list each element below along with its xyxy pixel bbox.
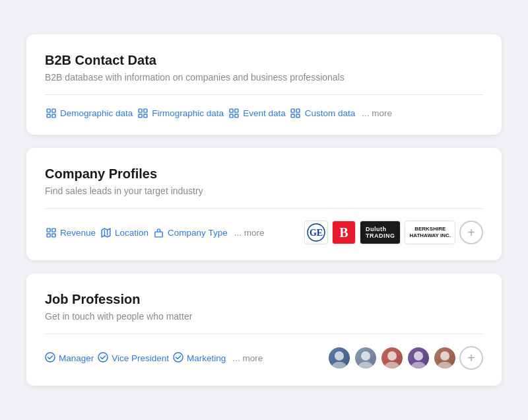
marketing-check-icon <box>173 352 183 365</box>
svg-rect-19 <box>51 233 55 236</box>
avatar-5 <box>433 346 457 370</box>
company-tags: Revenue Location <box>45 227 264 238</box>
demographic-label: Demographic data <box>60 108 133 118</box>
job-card-subtitle: Get in touch with people who matter <box>45 311 483 322</box>
b2b-card-subtitle: B2B database with information on compani… <box>45 72 483 83</box>
custom-icon <box>290 107 302 119</box>
company-profiles-card: Company Profiles Find sales leads in you… <box>26 148 502 260</box>
svg-rect-8 <box>230 109 233 112</box>
vp-label: Vice President <box>112 353 169 363</box>
company-card-subtitle: Find sales leads in your target industry <box>45 186 483 196</box>
logos-plus-button[interactable]: + <box>459 221 483 244</box>
svg-rect-5 <box>144 109 147 112</box>
svg-text:GE: GE <box>310 228 323 238</box>
svg-rect-9 <box>235 109 238 112</box>
svg-rect-7 <box>144 114 147 117</box>
card2-more[interactable]: ... more <box>234 228 265 238</box>
avatar-4-face <box>408 347 429 368</box>
company-card-footer: Revenue Location <box>45 221 483 244</box>
avatar-3-face <box>381 347 403 368</box>
location-label: Location <box>115 228 148 238</box>
demographic-tag[interactable]: Demographic data <box>45 107 133 119</box>
b-logo: B <box>332 221 356 244</box>
firmographic-label: Firmographic data <box>152 108 224 118</box>
svg-rect-22 <box>154 232 162 237</box>
revenue-icon <box>45 227 57 238</box>
marketing-label: Marketing <box>187 353 226 363</box>
company-type-icon <box>152 227 164 238</box>
card1-more[interactable]: ... more <box>362 108 392 118</box>
b2b-tags: Demographic data Firmographic data <box>45 107 483 119</box>
svg-rect-3 <box>51 114 55 117</box>
b2b-contact-card: B2B Contact Data B2B database with infor… <box>26 34 502 135</box>
manager-tag[interactable]: Manager <box>45 352 94 365</box>
avatar-1-face <box>329 347 350 368</box>
avatars-plus-button[interactable]: + <box>459 346 483 370</box>
company-type-label: Company Type <box>168 228 228 238</box>
svg-rect-18 <box>47 233 50 236</box>
svg-rect-13 <box>296 109 300 112</box>
event-tag[interactable]: Event data <box>228 107 286 119</box>
avatar-1 <box>327 346 351 370</box>
custom-tag[interactable]: Custom data <box>290 107 356 119</box>
svg-rect-10 <box>230 114 233 117</box>
svg-rect-4 <box>139 109 142 112</box>
svg-rect-15 <box>296 114 300 117</box>
people-avatars: + <box>327 346 483 370</box>
avatar-5-face <box>434 347 455 368</box>
card3-divider <box>45 333 483 334</box>
card1-divider <box>45 94 483 95</box>
marketing-tag[interactable]: Marketing <box>173 352 226 365</box>
ge-logo: GE <box>304 221 328 244</box>
vp-tag[interactable]: Vice President <box>98 352 169 365</box>
svg-point-26 <box>98 353 108 362</box>
card3-more[interactable]: ... more <box>232 353 263 363</box>
company-logos: GE B DuluthTRADING BerkshireHathaway Inc… <box>304 221 483 244</box>
main-container: B2B Contact Data B2B database with infor… <box>26 21 502 399</box>
manager-check-icon <box>45 352 55 365</box>
vp-check-icon <box>98 352 108 365</box>
manager-label: Manager <box>59 353 94 363</box>
card2-divider <box>45 208 483 209</box>
company-type-tag[interactable]: Company Type <box>152 227 228 238</box>
firmographic-icon <box>137 107 148 119</box>
job-tags: Manager Vice President <box>45 352 263 365</box>
location-icon <box>100 227 112 238</box>
svg-rect-1 <box>51 109 55 112</box>
custom-label: Custom data <box>305 108 356 118</box>
svg-rect-6 <box>139 114 142 117</box>
revenue-tag[interactable]: Revenue <box>45 227 96 238</box>
avatar-3 <box>380 346 404 370</box>
job-profession-card: Job Profession Get in touch with people … <box>26 273 502 386</box>
duluth-logo: DuluthTRADING <box>360 221 401 244</box>
avatar-2 <box>354 346 378 370</box>
svg-rect-2 <box>47 114 50 117</box>
svg-rect-12 <box>291 109 294 112</box>
event-label: Event data <box>243 108 286 118</box>
location-tag[interactable]: Location <box>100 227 148 238</box>
firmographic-tag[interactable]: Firmographic data <box>137 107 224 119</box>
revenue-label: Revenue <box>60 228 96 238</box>
b2b-card-title: B2B Contact Data <box>45 53 483 68</box>
svg-rect-14 <box>291 114 294 117</box>
job-card-footer: Manager Vice President <box>45 346 483 370</box>
svg-rect-17 <box>51 228 55 232</box>
event-icon <box>228 107 240 119</box>
company-card-title: Company Profiles <box>45 166 483 182</box>
svg-point-25 <box>46 353 55 362</box>
avatar-2-face <box>355 347 376 368</box>
svg-rect-11 <box>235 114 238 117</box>
berkshire-logo: BerkshireHathaway Inc. <box>405 221 455 244</box>
demographic-icon <box>45 107 57 119</box>
svg-rect-0 <box>47 109 50 112</box>
job-card-title: Job Profession <box>45 292 483 307</box>
svg-point-27 <box>174 353 183 362</box>
svg-rect-16 <box>47 228 50 232</box>
avatar-4 <box>407 346 430 370</box>
